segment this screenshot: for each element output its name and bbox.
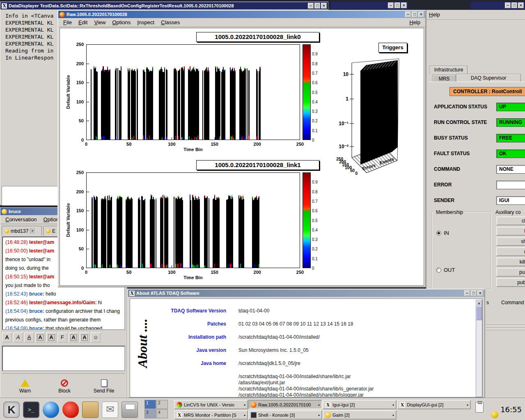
pager-desktop-2[interactable]: 2 (156, 400, 168, 409)
minimize-button[interactable]: − (464, 290, 470, 296)
aux-button-6[interactable]: publish (496, 268, 525, 277)
minimize-button[interactable]: − (388, 2, 394, 8)
menu-classes[interactable]: Classes (158, 18, 183, 27)
scrollbar[interactable]: ▲ (476, 300, 482, 397)
block-button[interactable]: Block (46, 375, 83, 397)
minimize-button[interactable]: − (505, 2, 511, 8)
aux-button-2[interactable]: bo (496, 227, 525, 236)
maximize-button[interactable]: □ (511, 2, 517, 8)
x-app-icon: X (129, 291, 135, 296)
tick-mark (87, 64, 89, 64)
radio-option-out[interactable]: OUT (436, 267, 455, 273)
pager-desktop-3[interactable]: 3 (144, 409, 156, 418)
aux-button-5[interactable]: kill con (496, 257, 525, 266)
task-button[interactable]: XMRS Monitor - Partition [S▴ (174, 410, 248, 420)
warn-button[interactable]: Warn (6, 375, 44, 397)
xapp-icon: X (177, 412, 182, 418)
menu-view[interactable]: View (91, 18, 109, 27)
underline-button[interactable]: A (24, 333, 34, 342)
maximize-button[interactable]: □ (394, 2, 400, 8)
font-face-button[interactable]: F (57, 333, 67, 342)
minimize-button[interactable]: − (308, 3, 314, 9)
konsole-icon[interactable]: >_ (23, 402, 39, 418)
maximize-button[interactable]: □ (412, 11, 417, 17)
menu-help[interactable]: Help (429, 11, 523, 18)
klipper-icon[interactable] (475, 402, 484, 413)
message-input[interactable] (2, 346, 125, 371)
chat-timestamp: (16:50:15) (5, 274, 29, 280)
task-button[interactable]: XIgui-Igui [2]▴ (323, 400, 397, 409)
tab-daq-supervisor[interactable]: DAQ Supervisor (456, 74, 521, 82)
font-larger-button[interactable]: A (35, 333, 45, 342)
background-window-titlebar-1[interactable]: −□× (331, 2, 408, 9)
background-window-titlebar-2[interactable]: −□× (470, 2, 525, 9)
menu-conversation[interactable]: Conversation (2, 215, 40, 224)
menu-file[interactable]: File (60, 18, 75, 27)
chat-text: previous configs, rather than generate t… (5, 317, 101, 323)
chat-nick: bruce: (29, 291, 46, 297)
scroll-up-button[interactable]: ▲ (476, 300, 482, 306)
colorbar-tick-label: 0.6 (312, 209, 323, 213)
splitter-ridge[interactable] (486, 324, 525, 324)
pager-desktop-4[interactable]: 4 (156, 409, 168, 418)
tab-mbd137[interactable]: mbd137 × (2, 226, 42, 236)
konqueror-icon[interactable] (43, 402, 59, 418)
task-button[interactable]: Shell - Konsole [3]▴ (248, 410, 322, 420)
datadisplayer-titlebar[interactable]: X DataDisplayer TestData.SctData::RxThre… (0, 2, 328, 9)
background-color-button[interactable]: A (80, 333, 89, 342)
tab-infrastructure[interactable]: Infrastructure (430, 66, 468, 74)
font-color-button[interactable]: A (69, 333, 78, 342)
close-button[interactable]: × (401, 2, 407, 8)
tick-mark (129, 265, 129, 268)
tab-close-icon[interactable]: × (30, 229, 34, 233)
close-button[interactable]: × (477, 290, 483, 296)
aux-button-1[interactable]: clear (496, 216, 525, 225)
printer-icon[interactable] (122, 402, 138, 418)
menu-edit[interactable]: Edit (75, 18, 91, 27)
minimize-button[interactable]: − (405, 11, 411, 17)
italic-button[interactable]: A (13, 333, 23, 342)
splitter-ridge[interactable] (486, 326, 525, 327)
maximize-button[interactable]: □ (314, 3, 320, 9)
scrollbar-thumb[interactable] (476, 306, 482, 320)
font-smaller-button[interactable]: A (46, 333, 56, 342)
task-button[interactable]: XDisplayGUI-gui [2]▴ (397, 400, 471, 409)
close-button[interactable]: × (321, 3, 327, 9)
task-button[interactable]: Raw.1005.0.20220170100▴ (248, 400, 322, 409)
gaim-tray-icon[interactable] (491, 411, 498, 418)
status-value: UP (496, 103, 525, 111)
pager-desktop-1[interactable]: 1 (144, 400, 156, 409)
close-button[interactable]: × (418, 11, 424, 17)
radio-in[interactable] (436, 231, 441, 236)
warn-icon (21, 379, 30, 387)
maximize-button[interactable]: □ (471, 290, 477, 296)
smiley-button[interactable]: ☺ (91, 333, 101, 342)
aux-button-3[interactable]: shutd (496, 237, 525, 246)
x-tick-label: 50 (123, 270, 135, 275)
menu-help[interactable]: Help (406, 18, 424, 27)
bold-button[interactable]: A (2, 333, 12, 342)
task-button[interactable]: LinCVS for UNIX - Versio▴ (174, 400, 248, 409)
aux-button-4[interactable]: ret (496, 247, 525, 256)
colorbar-tick-label: 0.1 (312, 129, 323, 133)
close-button[interactable]: × (518, 2, 524, 8)
menu-inspect[interactable]: Inspect (134, 18, 158, 27)
radio-out[interactable] (436, 268, 441, 273)
task-popup-arrow-icon: ▴ (318, 413, 320, 417)
raw-titlebar[interactable]: Raw.1005.0.20220170100028 −□× (58, 11, 425, 18)
splitter-ridge[interactable] (486, 329, 525, 330)
menu-options[interactable]: Options (109, 18, 134, 27)
x-tick-label: 150 (209, 142, 221, 147)
kmenu-icon[interactable]: K (3, 402, 20, 418)
send-file-button[interactable]: Send File (85, 375, 123, 397)
tab-mrs[interactable]: MRS (432, 75, 456, 82)
aux-button-7[interactable]: publish s (496, 278, 525, 287)
package-icon[interactable] (82, 402, 99, 418)
radio-option-in[interactable]: IN (436, 230, 449, 236)
task-button[interactable]: Gaim [2]▴ (323, 410, 397, 420)
mozilla-icon[interactable] (62, 402, 79, 418)
igui-menubar: Help (426, 10, 525, 20)
kmail-icon[interactable]: ✉ (102, 402, 118, 418)
tick-mark (172, 137, 172, 140)
about-titlebar[interactable]: X About ATLAS TDAQ Software −□× (128, 289, 484, 297)
